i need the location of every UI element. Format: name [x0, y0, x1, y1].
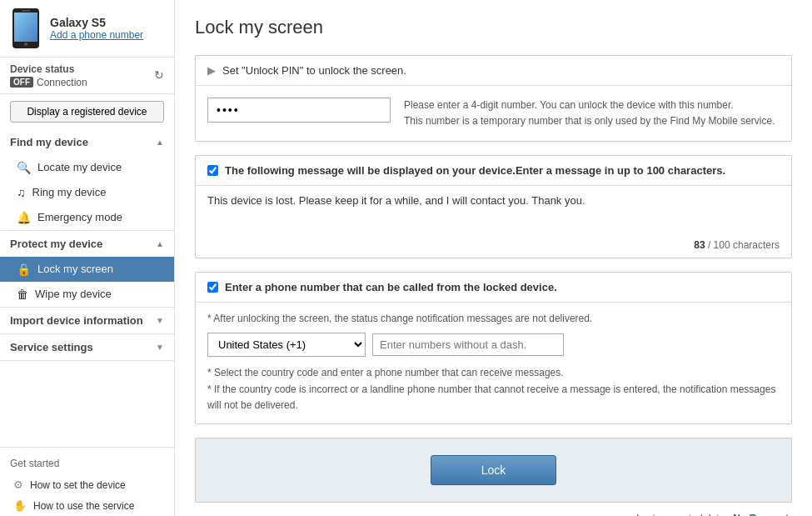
device-sub[interactable]: Add a phone number [50, 29, 143, 41]
sidebar-item-ring-label: Ring my device [32, 186, 107, 198]
sidebar-item-emergency-label: Emergency mode [37, 211, 122, 223]
message-section: The following message will be displayed … [195, 155, 792, 258]
sidebar-item-wipe[interactable]: 🗑 Wipe my device [0, 282, 174, 307]
phone-svg [10, 8, 42, 48]
pin-arrow-icon: ▶ [207, 64, 216, 77]
ring-icon: ♫ [17, 186, 26, 199]
device-status-bar: Device status OFF Connection ↻ [0, 58, 174, 94]
phone-number-input[interactable] [372, 333, 564, 356]
emergency-icon: 🔔 [17, 211, 31, 224]
find-section-label: Find my device [10, 136, 88, 148]
service-section-header[interactable]: Service settings ▼ [0, 334, 174, 360]
find-section-header[interactable]: Find my device ▲ [0, 129, 174, 155]
sidebar-item-lock[interactable]: 🔒 Lock my screen [0, 257, 174, 282]
sidebar-item-how-use[interactable]: ✋ How to use the service [0, 495, 174, 516]
phone-hint1: * Select the country code and enter a ph… [207, 365, 780, 381]
lock-button-area: Lock [195, 438, 792, 503]
sidebar-section-protect: Protect my device ▲ 🔒 Lock my screen 🗑 W… [0, 231, 174, 308]
pin-hint: Please enter a 4-digit number. You can u… [404, 98, 775, 129]
phone-hint2: * If the country code is incorrect or a … [207, 382, 780, 413]
pin-section-header: ▶ Set "Unlock PIN" to unlock the screen. [196, 56, 791, 86]
lock-icon: 🔒 [17, 263, 31, 276]
device-status-label: Device status OFF Connection [10, 63, 87, 88]
phone-section-header: Enter a phone number that can be called … [196, 273, 791, 303]
pin-section: ▶ Set "Unlock PIN" to unlock the screen.… [195, 55, 792, 142]
lock-button[interactable]: Lock [431, 455, 557, 485]
import-section-header[interactable]: Import device information ▼ [0, 308, 174, 333]
last-requested-value: No Request [733, 513, 789, 516]
page-title: Lock my screen [195, 17, 792, 38]
pin-hint-line2: This number is a temporary number that i… [404, 113, 775, 129]
sidebar-bottom: Get started ⚙ How to set the device ✋ Ho… [0, 447, 174, 516]
off-badge: OFF [10, 77, 33, 88]
sidebar-item-wipe-label: Wipe my device [35, 288, 112, 300]
message-textarea[interactable]: This device is lost. Please keep it for … [196, 186, 791, 235]
message-section-header: The following message will be displayed … [196, 156, 791, 186]
country-select[interactable]: United States (+1) [207, 333, 366, 357]
device-info: Galaxy S5 Add a phone number [50, 16, 143, 41]
char-count: 83 / 100 characters [196, 238, 791, 258]
sidebar-item-locate[interactable]: 🔍 Locate my device [0, 155, 174, 180]
message-checkbox[interactable] [207, 165, 218, 176]
connection-text: Connection [37, 77, 87, 88]
sidebar-item-ring[interactable]: ♫ Ring my device [0, 180, 174, 205]
svg-point-3 [24, 43, 27, 46]
last-requested-label: Last requested date : [636, 513, 730, 516]
pin-body: Please enter a 4-digit number. You can u… [196, 86, 791, 141]
status-badge: OFF Connection [10, 77, 87, 88]
service-chevron-icon: ▼ [156, 343, 164, 352]
pin-hint-line1: Please enter a 4-digit number. You can u… [404, 98, 775, 113]
sidebar: Galaxy S5 Add a phone number Device stat… [0, 0, 175, 516]
refresh-icon[interactable]: ↻ [154, 68, 164, 82]
phone-checkbox-label: Enter a phone number that can be called … [225, 281, 557, 293]
last-requested: Last requested date : No Request [195, 513, 792, 516]
locate-icon: 🔍 [17, 161, 31, 174]
char-max: 100 [714, 239, 730, 251]
sidebar-item-how-set[interactable]: ⚙ How to set the device [0, 474, 174, 495]
sidebar-item-locate-label: Locate my device [37, 161, 122, 173]
sidebar-section-find: Find my device ▲ 🔍 Locate my device ♫ Ri… [0, 129, 174, 231]
char-separator: / [708, 239, 714, 251]
phone-inputs: United States (+1) [207, 333, 780, 357]
import-section-label: Import device information [10, 314, 143, 327]
char-suffix: characters [733, 239, 780, 251]
get-started-label: Get started [0, 453, 174, 474]
how-use-label: How to use the service [33, 500, 134, 512]
sidebar-item-lock-label: Lock my screen [37, 263, 113, 275]
phone-hint: * Select the country code and enter a ph… [207, 365, 780, 413]
char-current: 83 [694, 239, 705, 251]
svg-rect-4 [22, 10, 30, 12]
device-header: Galaxy S5 Add a phone number [0, 0, 174, 58]
phone-body: * After unlocking the screen, the status… [196, 303, 791, 423]
sidebar-item-emergency[interactable]: 🔔 Emergency mode [0, 205, 174, 230]
device-name: Galaxy S5 [50, 16, 143, 29]
import-chevron-icon: ▼ [156, 316, 164, 325]
sidebar-section-import: Import device information ▼ [0, 308, 174, 334]
svg-rect-2 [14, 13, 37, 42]
phone-section: Enter a phone number that can be called … [195, 272, 792, 424]
service-section-label: Service settings [10, 341, 93, 353]
main-content: Lock my screen ▶ Set "Unlock PIN" to unl… [175, 0, 812, 516]
phone-checkbox[interactable] [207, 282, 218, 293]
find-chevron-icon: ▲ [156, 138, 164, 147]
protect-chevron-icon: ▲ [156, 239, 164, 248]
protect-section-header[interactable]: Protect my device ▲ [0, 231, 174, 257]
how-set-icon: ⚙ [13, 478, 23, 491]
message-checkbox-label: The following message will be displayed … [225, 164, 725, 177]
notification-note: * After unlocking the screen, the status… [207, 313, 780, 324]
protect-section-label: Protect my device [10, 238, 102, 250]
status-text: Device status [10, 63, 74, 75]
how-use-icon: ✋ [13, 499, 27, 512]
sidebar-section-service: Service settings ▼ [0, 334, 174, 361]
pin-header-text: Set "Unlock PIN" to unlock the screen. [222, 64, 406, 77]
how-set-label: How to set the device [30, 479, 126, 491]
display-registered-button[interactable]: Display a registered device [10, 101, 164, 123]
pin-input[interactable] [207, 98, 391, 123]
wipe-icon: 🗑 [17, 288, 28, 301]
device-image [10, 8, 42, 48]
